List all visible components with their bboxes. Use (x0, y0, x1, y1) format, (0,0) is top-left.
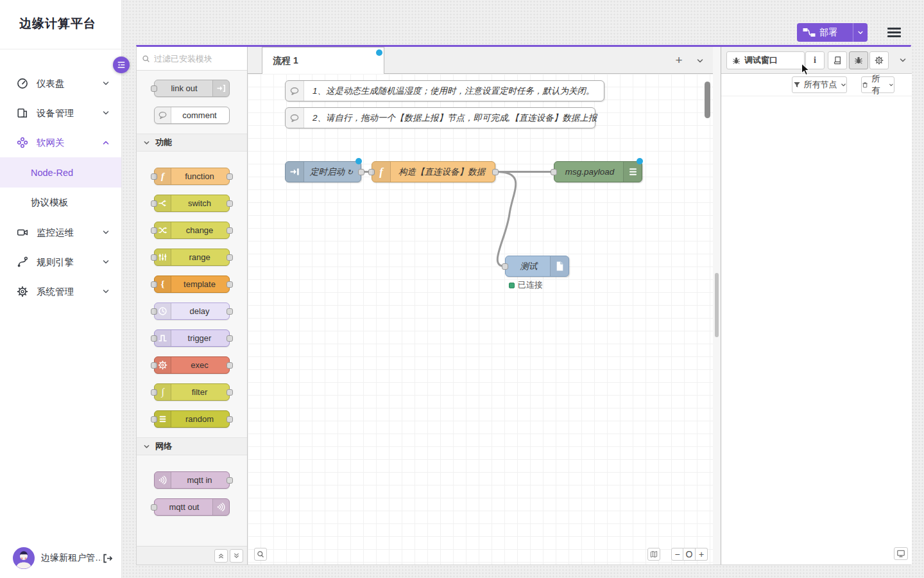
search-icon (257, 550, 264, 558)
output-port[interactable] (358, 169, 364, 175)
zoom-out-button[interactable]: − (671, 548, 683, 561)
output-port[interactable] (227, 281, 233, 288)
sidebar-item-system[interactable]: 系统管理 (0, 277, 121, 306)
chevron-down-icon (889, 82, 894, 88)
palette-node-trigger[interactable]: trigger (154, 329, 230, 347)
palette-section-network[interactable]: 网络 (137, 437, 247, 455)
palette-node-switch[interactable]: switch (154, 195, 230, 212)
sidebar-item-dashboard[interactable]: 仪表盘 (0, 69, 121, 98)
open-debug-window-button[interactable] (894, 547, 908, 560)
sidebar-item-label: 系统管理 (37, 286, 74, 298)
config-tab-button[interactable] (869, 51, 889, 69)
sidebar-divider (0, 49, 121, 49)
sidebar-item-soft-gateway[interactable]: 软网关 (0, 128, 121, 157)
palette-section-function[interactable]: 功能 (137, 134, 247, 152)
input-port[interactable] (151, 85, 157, 92)
inject-node[interactable]: 定时启动 ↻ (285, 161, 361, 182)
palette-node-template[interactable]: { template (154, 276, 230, 293)
comment-node-1[interactable]: 1、这是动态生成随机温湿度；使用时，注意设置定时任务，默认为关闭。 (285, 80, 604, 101)
deploy-options-button[interactable] (853, 30, 868, 36)
sidebar-item-rule-engine[interactable]: 规则引擎 (0, 247, 121, 277)
repeat-indicator: ↻ (347, 168, 353, 176)
output-port[interactable] (227, 308, 233, 315)
flow-canvas[interactable]: 1、这是动态生成随机温湿度；使用时，注意设置定时任务，默认为关闭。 2、请自行，… (248, 74, 713, 565)
help-tab-button[interactable] (828, 51, 847, 69)
canvas-search-button[interactable] (254, 548, 267, 561)
palette-node-random[interactable]: random (154, 410, 230, 428)
flow-tab[interactable]: 流程 1 (262, 47, 384, 74)
output-port[interactable] (227, 477, 233, 484)
deploy-button[interactable]: 部署 (797, 23, 868, 42)
debug-tab-button[interactable] (849, 51, 868, 69)
debug-filter-label: 所有节点 (804, 79, 837, 91)
palette-node-comment[interactable]: comment (154, 107, 230, 124)
palette-search[interactable] (137, 47, 247, 71)
output-port[interactable] (227, 254, 233, 261)
output-port[interactable] (227, 335, 233, 342)
debug-node[interactable]: msg.payload (554, 161, 642, 182)
sidebar-item-devices[interactable]: 设备管理 (0, 98, 121, 128)
palette-section-title: 网络 (155, 441, 172, 452)
link-out-icon (212, 80, 229, 96)
sidebar-collapse-button[interactable] (113, 57, 130, 73)
page-scrollbar[interactable] (713, 47, 721, 565)
add-flow-button[interactable]: + (672, 53, 686, 67)
palette-scroll-down-button[interactable] (230, 549, 243, 563)
debug-filter-button[interactable]: 所有节点 (792, 76, 847, 93)
palette-node-exec[interactable]: exec (154, 356, 230, 374)
zoom-reset-button[interactable]: O (683, 548, 696, 561)
debug-clear-label: 所有 (871, 73, 886, 96)
sidebar-item-monitoring[interactable]: 监控运维 (0, 218, 121, 247)
output-port[interactable] (227, 173, 233, 180)
node-changed-indicator (355, 158, 362, 164)
function-node[interactable]: f 构造【直连设备】数据 (372, 161, 495, 182)
palette-node-function[interactable]: f function (154, 168, 230, 185)
sidebar-item-node-red[interactable]: Node-Red (0, 157, 121, 188)
chevron-down-icon (102, 288, 110, 295)
debug-clear-button[interactable]: 所有 (861, 76, 894, 93)
sidebar-options-chevron-icon[interactable] (899, 57, 907, 64)
flow-list-chevron-icon[interactable] (696, 57, 704, 65)
palette-scroll-up-button[interactable] (214, 549, 228, 563)
zoom-in-button[interactable]: + (696, 548, 708, 561)
input-port[interactable] (502, 263, 508, 270)
fork-icon (155, 195, 171, 211)
node-status: 已连接 (509, 279, 543, 291)
palette-node-mqtt-out[interactable]: mqtt out (154, 498, 230, 516)
debug-sidebar: 调试窗口 i 所有节点 所有 (721, 47, 912, 565)
palette-body: link out comment 功能 f function (137, 71, 247, 516)
comment-bubble-icon (286, 108, 304, 128)
search-icon (142, 55, 150, 63)
function-f-icon: f (155, 168, 171, 184)
debug-tab[interactable]: 调试窗口 (726, 51, 805, 69)
input-port[interactable] (151, 504, 157, 511)
user-name: 边缘新租户管… (41, 552, 102, 564)
palette-node-mqtt-in[interactable]: mqtt in (154, 471, 230, 489)
palette-node-change[interactable]: change (154, 222, 230, 239)
page-scrollbar-thumb[interactable] (715, 273, 719, 337)
output-port[interactable] (492, 169, 499, 175)
report-node[interactable]: 测试 (505, 256, 569, 277)
palette-node-delay[interactable]: delay (154, 302, 230, 320)
debug-tab-label: 调试窗口 (744, 55, 778, 66)
sidebar-item-protocol-template[interactable]: 协议模板 (0, 188, 121, 218)
output-port[interactable] (227, 416, 233, 423)
palette-node-link-out[interactable]: link out (154, 80, 230, 97)
clock-icon (155, 303, 171, 319)
palette-node-range[interactable]: range (154, 249, 230, 266)
navigator-button[interactable] (647, 548, 660, 561)
output-port[interactable] (227, 227, 233, 234)
palette-node-filter[interactable]: ∫ filter (154, 383, 230, 401)
main-menu-button[interactable] (887, 28, 901, 37)
flow-tab-bar: 流程 1 + (248, 47, 713, 74)
info-tab-button[interactable]: i (805, 51, 825, 69)
comment-node-2[interactable]: 2、请自行，拖动一个【数据上报】节点，即可完成,【直连设备】数据上报 (285, 107, 595, 128)
input-port[interactable] (551, 169, 557, 175)
logout-icon[interactable] (102, 553, 113, 564)
chevron-down-icon (102, 258, 110, 266)
canvas-scrollbar[interactable] (705, 82, 710, 118)
output-port[interactable] (227, 389, 233, 396)
output-port[interactable] (227, 362, 233, 369)
palette-search-input[interactable] (154, 54, 242, 64)
output-port[interactable] (227, 200, 233, 207)
